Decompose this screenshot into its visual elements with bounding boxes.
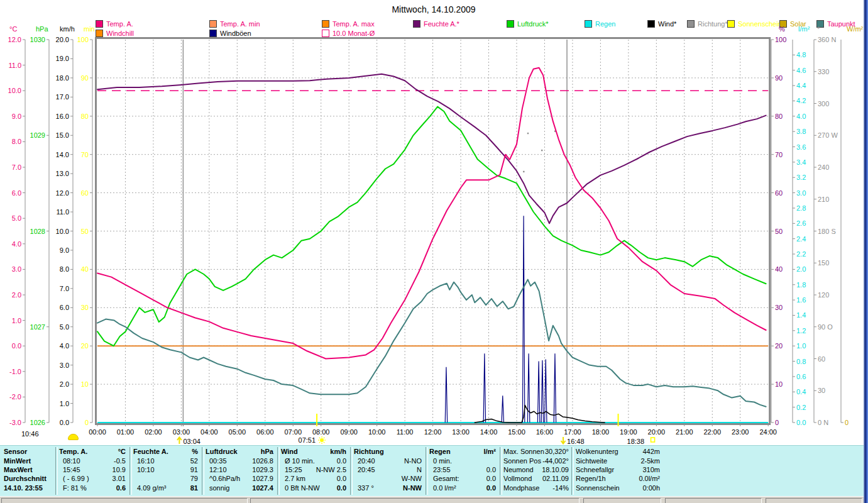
axis-label-min: 40 (81, 265, 89, 273)
axis-label-kmh: 8.0 (60, 265, 69, 273)
axis-label-degC: 12.0 (8, 36, 21, 43)
x-axis-label: 05:00 (229, 428, 246, 436)
axis-label-kmh: 6.0 (60, 304, 69, 311)
x-axis-label: 03:00 (173, 428, 190, 436)
axis-label-degC: -3.0 (9, 419, 21, 426)
axis-label-dir: 60 (818, 355, 825, 363)
axis-label-kmh: 10.0 (56, 228, 69, 235)
axis-label-kmh: 0.0 (60, 419, 69, 426)
moonset-time-label: 16:48 (567, 438, 585, 445)
x-axis-label: 10:00 (368, 428, 386, 436)
axis-label-kmh: 2.0 (60, 380, 69, 388)
axis-label-kmh: 12.0 (56, 189, 69, 197)
moonrise-arrow-icon (177, 438, 182, 445)
axis-label-dir: 210 (818, 196, 829, 203)
x-axis-label: 06:00 (256, 428, 274, 436)
axis-label-wm2: 0 (845, 419, 849, 426)
axis-label-dir: 270 W (818, 131, 838, 139)
axis-label-min: 0 (85, 419, 89, 426)
axis-label-degC: 5.0 (12, 214, 21, 222)
series-windboeen-spike (483, 353, 485, 423)
axis-label-lm2: 0.0 (796, 419, 806, 426)
x-axis-label: 11:00 (397, 428, 414, 436)
axis-label-pct: 90 (775, 74, 783, 82)
status-bar (0, 496, 868, 503)
window-right-border (864, 0, 868, 503)
axis-label-dir: 120 (818, 291, 829, 299)
status-bar-segment (1, 498, 248, 503)
axis-label-degC: 9.0 (12, 113, 21, 120)
axis-label-lm2: 4.0 (796, 113, 806, 120)
status-bar-segment (583, 498, 661, 503)
axis-label-lm2: 1.6 (796, 296, 806, 304)
axis-label-lm2: 4.8 (796, 51, 806, 58)
sunrise-sun-ray (324, 438, 324, 438)
axis-label-lm2: 0.4 (796, 388, 806, 395)
axis-label-pct: 100 (775, 36, 786, 43)
series-richtung-dot (527, 133, 529, 134)
table-astro-value: -44,002° (468, 457, 569, 465)
table-extra-value: 310m (559, 466, 660, 474)
moonset-arrow-icon (561, 437, 566, 444)
table-astro-value: 02.11.09 (468, 475, 569, 483)
table-extra-value: 442m (559, 448, 660, 456)
axis-label-lm2: 0.2 (796, 404, 806, 411)
status-bar-segment (665, 498, 762, 503)
x-axis-label: 02:00 (145, 428, 162, 436)
weather-station-window: Mittwoch, 14.10.2009 Temp. A.Temp. A. mi… (0, 0, 868, 503)
table-col-unit: km/h (246, 448, 346, 456)
axis-label-pct: 20 (775, 342, 783, 350)
table-extra-value: 2-5km (559, 457, 660, 465)
axis-label-lm2: 3.4 (796, 158, 806, 166)
axis-label-kmh: 5.0 (60, 323, 69, 331)
axis-label-dir: 150 (818, 259, 829, 267)
axis-label-degC: 7.0 (12, 163, 21, 171)
table-row-label: Sensor (4, 448, 27, 456)
series-windboeen-spike (502, 395, 503, 423)
axis-label-min: 100 (77, 36, 89, 43)
axis-label-kmh: 3.0 (60, 362, 69, 369)
axis-label-lm2: 3.2 (796, 174, 806, 181)
x-axis-label: 21:00 (676, 428, 693, 436)
axis-label-pct: 10 (775, 380, 783, 388)
axis-label-kmh: 13.0 (56, 170, 69, 177)
series-windboeen-spike (522, 216, 524, 423)
chart-svg[interactable]: 12.011.010.09.08.07.06.05.04.03.02.01.00… (0, 0, 868, 503)
sunrise-sun-ray (319, 442, 320, 443)
axis-label-degC: -2.0 (9, 393, 21, 401)
axis-label-min: 60 (81, 189, 89, 197)
axis-label-pct: 60 (775, 189, 783, 197)
axis-label-kmh: 19.0 (56, 55, 69, 62)
axis-label-degC: 0.0 (12, 342, 21, 350)
axis-label-kmh: 15.0 (56, 131, 69, 139)
series-windboeen-spike (554, 353, 556, 423)
axis-label-kmh: 1.0 (60, 400, 69, 407)
axis-label-min: 70 (81, 151, 89, 158)
axis-label-min: 20 (81, 342, 89, 350)
x-axis-label: 16:00 (536, 428, 554, 436)
series-luftdruck-line (97, 107, 766, 346)
axis-label-degC: 6.0 (12, 189, 21, 197)
table-extra-value: 0:00h (559, 484, 660, 492)
table-cell-label: 0 min. (433, 457, 452, 465)
axis-label-dir: 30 (818, 387, 825, 394)
x-axis-label: 07:00 (285, 428, 302, 436)
sunrise-sun-icon (320, 438, 324, 442)
moon-transit-time: 10:46 (21, 430, 39, 438)
sunrise-sun-ray (324, 442, 324, 443)
moonrise-time-label: 03:04 (183, 438, 201, 445)
axis-label-kmh: 4.0 (60, 342, 69, 350)
series-windboeen-spike (545, 360, 547, 423)
x-axis-label: 09:00 (340, 428, 358, 436)
plot-frame (96, 38, 770, 424)
axis-label-lm2: 4.6 (796, 67, 806, 74)
status-bar-segment (250, 498, 580, 503)
x-axis-label: 08:00 (312, 428, 330, 436)
axis-label-degC: 4.0 (12, 240, 21, 248)
axis-label-dir: 330 (818, 68, 829, 75)
x-axis-label: 15:00 (508, 428, 525, 436)
axis-label-kmh: 9.0 (60, 246, 69, 254)
axis-label-pct: 80 (775, 113, 783, 120)
axis-label-dir: 90 O (818, 323, 833, 331)
x-axis-label: 01:00 (117, 428, 135, 436)
